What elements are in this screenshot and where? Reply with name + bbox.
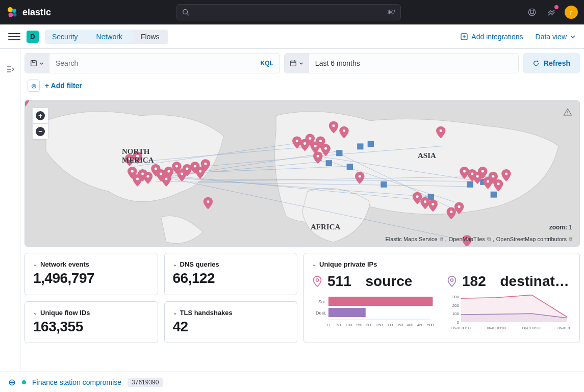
external-link-icon: ⧉	[569, 236, 572, 242]
add-filter-button[interactable]: + Add filter	[45, 82, 82, 90]
svg-line-10	[533, 10, 535, 11]
stat-label: DNS queries	[180, 260, 219, 268]
svg-text:06-01 03:00: 06-01 03:00	[487, 326, 506, 330]
timeline-title[interactable]: Finance station compromise	[32, 378, 121, 386]
global-header: elastic ⌘/ r	[0, 0, 584, 24]
notification-dot	[554, 5, 558, 9]
chevron-down-icon[interactable]: ⌄	[173, 262, 177, 267]
stat-value: 42	[173, 319, 289, 335]
ip-value: 511	[327, 273, 351, 290]
chevron-down-icon[interactable]: ⌄	[33, 262, 37, 267]
svg-text:300: 300	[452, 295, 460, 299]
svg-text:100: 100	[346, 323, 352, 327]
newsfeed-icon[interactable]	[545, 6, 557, 18]
global-search[interactable]: ⌘/	[176, 4, 401, 20]
stat-tls-handshakes: ⌄TLS handshakes 42	[164, 301, 298, 344]
svg-text:250: 250	[376, 323, 383, 327]
svg-line-8	[529, 10, 531, 11]
ip-bar-chart: Src.Dest.050100150200250300350400450500	[312, 295, 437, 335]
query-language-badge[interactable]: KQL	[255, 60, 280, 67]
svg-point-4	[183, 10, 187, 14]
svg-text:350: 350	[397, 323, 403, 327]
date-picker[interactable]: Last 6 months	[284, 53, 519, 73]
svg-point-54	[316, 279, 319, 281]
svg-line-11	[529, 13, 531, 15]
filter-bar: ⊜ + Add filter	[24, 77, 580, 96]
svg-point-53	[567, 114, 568, 115]
svg-text:Src.: Src.	[318, 299, 326, 304]
svg-point-1	[12, 9, 16, 13]
sidebar-expand-icon[interactable]	[0, 49, 20, 372]
stat-network-events: ⌄Network events 1,496,797	[24, 253, 158, 295]
crumb-security[interactable]: Security	[45, 30, 86, 44]
status-dot	[22, 380, 26, 384]
svg-rect-58	[328, 308, 366, 317]
svg-text:Dest.: Dest.	[316, 310, 326, 316]
svg-text:0: 0	[457, 320, 460, 325]
svg-text:100: 100	[452, 311, 460, 316]
warning-icon[interactable]	[563, 108, 572, 117]
user-avatar[interactable]: r	[565, 6, 578, 19]
brand-logo[interactable]: elastic	[6, 6, 51, 18]
external-link-icon: ⧉	[440, 236, 443, 242]
attrib-ems[interactable]: Elastic Maps Service	[385, 236, 437, 242]
crumb-network[interactable]: Network	[86, 30, 131, 44]
data-view-label: Data view	[536, 33, 567, 41]
ip-timeseries-chart: 010020030006-01 00:0006-01 03:0006-01 06…	[447, 295, 571, 335]
timeline-bar: ⊕ Finance station compromise 37619390	[0, 372, 584, 392]
add-integrations-button[interactable]: Add integrations	[460, 33, 523, 41]
chevron-down-icon	[299, 61, 303, 66]
svg-text:50: 50	[337, 323, 341, 327]
header-actions: r	[526, 6, 578, 19]
svg-line-5	[187, 14, 189, 16]
stat-dns-queries: ⌄DNS queries 66,122	[164, 253, 298, 295]
query-input[interactable]: Search	[49, 59, 255, 67]
date-range-label[interactable]: Last 6 months	[309, 59, 518, 67]
chevron-down-icon[interactable]: ⌄	[312, 262, 316, 267]
svg-rect-56	[328, 297, 433, 306]
stat-value: 1,496,797	[33, 270, 149, 286]
integrations-icon	[460, 33, 468, 41]
saved-query-button[interactable]	[25, 54, 49, 73]
svg-text:200: 200	[452, 303, 460, 308]
svg-point-2	[9, 13, 13, 17]
network-map[interactable]: + − NORTH MERICA AFRICA ASIA zoom: 1 Ela…	[24, 100, 580, 247]
chevron-down-icon	[570, 34, 576, 40]
svg-text:06-01 00:00: 06-01 00:00	[451, 326, 470, 330]
stats-row: ⌄Network events 1,496,797 ⌄DNS queries 6…	[24, 253, 580, 343]
query-bar: Search KQL Last 6 months Refresh	[24, 53, 580, 73]
attrib-omt[interactable]: OpenMapTiles	[449, 236, 485, 242]
chevron-down-icon	[39, 61, 44, 66]
svg-point-7	[530, 11, 534, 14]
attrib-osm[interactable]: OpenStreetMap contributors	[496, 236, 567, 242]
filter-options-icon[interactable]: ⊜	[28, 80, 40, 92]
svg-text:06-01 09:00: 06-01 09:00	[557, 326, 571, 330]
date-quick-button[interactable]	[285, 54, 309, 73]
stat-value: 163,355	[33, 319, 149, 335]
chevron-down-icon[interactable]: ⌄	[173, 310, 177, 316]
map-zoom-controls: + −	[32, 108, 48, 139]
zoom-in-button[interactable]: +	[33, 108, 48, 123]
app-bar: D Security Network Flows Add integration…	[0, 24, 584, 49]
help-icon[interactable]	[526, 6, 538, 18]
dest-ip-count: 182 destinat…	[447, 273, 571, 290]
svg-point-3	[13, 13, 17, 17]
refresh-label: Refresh	[544, 59, 570, 67]
refresh-button[interactable]: Refresh	[523, 53, 580, 73]
chevron-down-icon[interactable]: ⌄	[33, 310, 37, 316]
query-input-container: Search KQL	[24, 53, 280, 73]
data-view-button[interactable]: Data view	[536, 33, 576, 41]
nav-menu-icon[interactable]	[8, 31, 20, 43]
svg-point-55	[451, 279, 453, 281]
zoom-out-button[interactable]: −	[33, 123, 48, 139]
pin-icon	[312, 275, 322, 288]
svg-text:400: 400	[407, 323, 414, 327]
ip-value: 182	[462, 273, 486, 290]
add-timeline-icon[interactable]: ⊕	[8, 377, 16, 388]
app-badge[interactable]: D	[27, 31, 39, 43]
svg-rect-16	[32, 61, 35, 63]
svg-line-9	[533, 13, 535, 15]
svg-text:500: 500	[427, 323, 434, 327]
search-icon	[182, 9, 189, 16]
stat-unique-flow-ids: ⌄Unique flow IDs 163,355	[24, 301, 158, 344]
